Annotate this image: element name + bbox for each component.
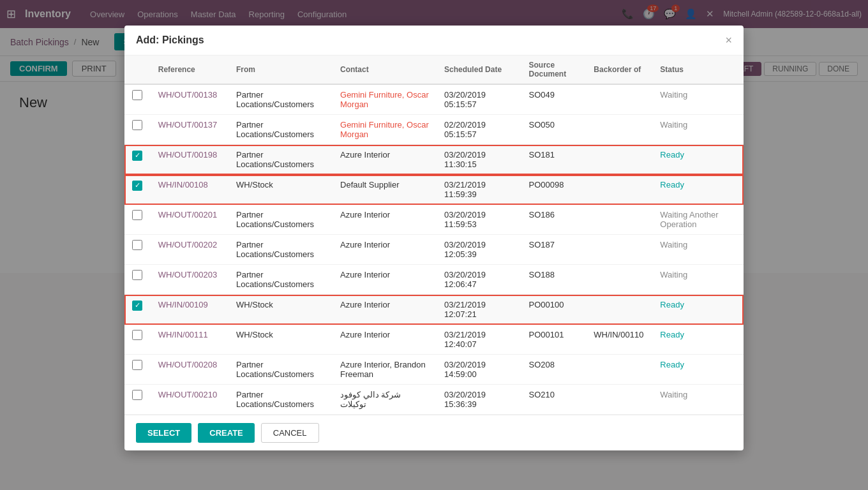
row-contact[interactable]: Azure Interior <box>333 265 437 274</box>
row-reference[interactable]: WH/OUT/00138 <box>151 84 228 115</box>
table-body: WH/OUT/00138Partner Locations/CustomersG… <box>124 84 744 273</box>
checkbox-checked[interactable]: ✓ <box>132 151 142 161</box>
row-status: Waiting <box>652 235 744 265</box>
dialog-table-container: Reference From Contact Scheduled Date So… <box>124 56 744 273</box>
row-source: SO049 <box>521 84 586 115</box>
row-status: Waiting <box>652 115 744 145</box>
row-reference[interactable]: WH/OUT/00137 <box>151 115 228 145</box>
checkbox-unchecked[interactable] <box>132 210 142 220</box>
row-from: Partner Locations/Customers <box>228 265 333 274</box>
table-row[interactable]: WH/OUT/00203Partner Locations/CustomersA… <box>124 265 744 274</box>
pickings-table: Reference From Contact Scheduled Date So… <box>124 56 744 273</box>
table-row[interactable]: ✓WH/IN/00108WH/StockDefault Supplier03/2… <box>124 175 744 205</box>
row-status: Waiting <box>652 265 744 274</box>
table-row[interactable]: WH/OUT/00202Partner Locations/CustomersA… <box>124 235 744 265</box>
col-header-contact: Contact <box>333 56 437 84</box>
col-header-backorder: Backorder of <box>586 56 652 84</box>
checkbox-unchecked[interactable] <box>132 120 142 130</box>
col-header-from: From <box>228 56 333 84</box>
table-row[interactable]: WH/OUT/00138Partner Locations/CustomersG… <box>124 84 744 115</box>
checkbox-unchecked[interactable] <box>132 270 142 273</box>
row-status: Ready <box>652 145 744 175</box>
close-icon[interactable]: × <box>725 34 732 46</box>
checkbox-checked[interactable]: ✓ <box>132 181 142 191</box>
row-contact[interactable]: Gemini Furniture, Oscar Morgan <box>333 115 437 145</box>
row-backorder <box>586 175 652 205</box>
row-status: Waiting Another Operation <box>652 205 744 235</box>
row-backorder <box>586 115 652 145</box>
checkbox-unchecked[interactable] <box>132 240 142 250</box>
row-backorder <box>586 145 652 175</box>
row-checkbox-cell[interactable] <box>124 205 151 235</box>
row-source: SO181 <box>521 145 586 175</box>
row-checkbox-cell[interactable] <box>124 115 151 145</box>
row-backorder <box>586 265 652 274</box>
row-source: PO00098 <box>521 175 586 205</box>
row-from: Partner Locations/Customers <box>228 145 333 175</box>
row-backorder <box>586 205 652 235</box>
checkbox-unchecked[interactable] <box>132 90 142 100</box>
dialog-header: Add: Pickings × <box>124 26 744 56</box>
row-contact[interactable]: Azure Interior <box>333 235 437 265</box>
col-header-checkbox <box>124 56 151 84</box>
row-status: Ready <box>652 175 744 205</box>
row-from: Partner Locations/Customers <box>228 84 333 115</box>
row-reference[interactable]: WH/IN/00108 <box>151 175 228 205</box>
dialog-title: Add: Pickings <box>136 34 204 46</box>
row-status: Waiting <box>652 84 744 115</box>
row-date: 03/20/2019 12:06:47 <box>437 265 521 274</box>
col-header-source: Source Document <box>521 56 586 84</box>
row-date: 03/20/2019 05:15:57 <box>437 84 521 115</box>
row-checkbox-cell[interactable] <box>124 265 151 274</box>
row-backorder <box>586 235 652 265</box>
row-source: SO187 <box>521 235 586 265</box>
row-date: 03/20/2019 11:59:53 <box>437 205 521 235</box>
table-row[interactable]: WH/OUT/00137Partner Locations/CustomersG… <box>124 115 744 145</box>
col-header-reference: Reference <box>151 56 228 84</box>
table-header-row: Reference From Contact Scheduled Date So… <box>124 56 744 84</box>
row-checkbox-cell[interactable]: ✓ <box>124 145 151 175</box>
row-reference[interactable]: WH/OUT/00201 <box>151 205 228 235</box>
col-header-status: Status <box>652 56 744 84</box>
row-date: 03/20/2019 12:05:39 <box>437 235 521 265</box>
row-source: SO188 <box>521 265 586 274</box>
add-pickings-dialog: Add: Pickings × Reference From Contact S… <box>124 26 744 273</box>
row-checkbox-cell[interactable]: ✓ <box>124 175 151 205</box>
row-date: 03/20/2019 11:30:15 <box>437 145 521 175</box>
row-from: WH/Stock <box>228 175 333 205</box>
row-reference[interactable]: WH/OUT/00198 <box>151 145 228 175</box>
row-checkbox-cell[interactable] <box>124 84 151 115</box>
table-row[interactable]: ✓WH/OUT/00198Partner Locations/Customers… <box>124 145 744 175</box>
row-reference[interactable]: WH/OUT/00203 <box>151 265 228 274</box>
row-contact[interactable]: Azure Interior <box>333 205 437 235</box>
row-backorder <box>586 84 652 115</box>
row-source: SO050 <box>521 115 586 145</box>
row-from: Partner Locations/Customers <box>228 205 333 235</box>
row-reference[interactable]: WH/OUT/00202 <box>151 235 228 265</box>
row-contact[interactable]: Default Supplier <box>333 175 437 205</box>
row-source: SO186 <box>521 205 586 235</box>
row-date: 02/20/2019 05:15:57 <box>437 115 521 145</box>
table-row[interactable]: WH/OUT/00201Partner Locations/CustomersA… <box>124 205 744 235</box>
row-checkbox-cell[interactable] <box>124 235 151 265</box>
col-header-date: Scheduled Date <box>437 56 521 84</box>
row-contact[interactable]: Azure Interior <box>333 145 437 175</box>
row-from: Partner Locations/Customers <box>228 115 333 145</box>
row-date: 03/21/2019 11:59:39 <box>437 175 521 205</box>
row-from: Partner Locations/Customers <box>228 235 333 265</box>
row-contact[interactable]: Gemini Furniture, Oscar Morgan <box>333 84 437 115</box>
